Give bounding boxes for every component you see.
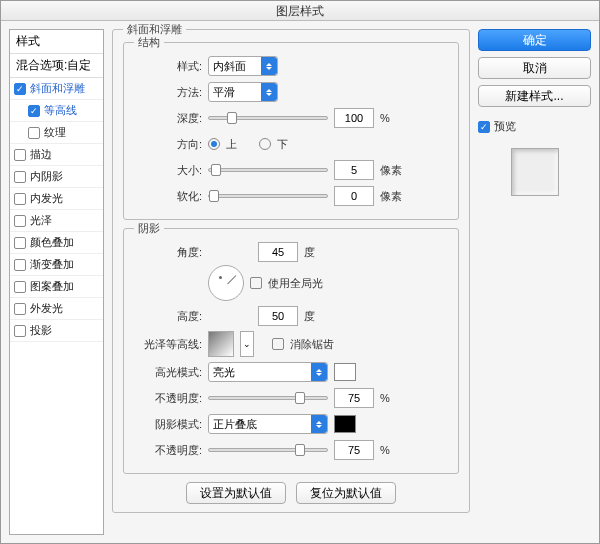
size-unit: 像素 [380,163,402,178]
sidebar-item-checkbox[interactable] [14,303,26,315]
sidebar-item-label: 投影 [30,323,52,338]
gloss-contour-label: 光泽等高线: [134,337,202,352]
sidebar-item-label: 斜面和浮雕 [30,81,85,96]
shadow-opacity-input[interactable]: 75 [334,440,374,460]
set-default-button[interactable]: 设置为默认值 [186,482,286,504]
depth-slider[interactable] [208,116,328,120]
highlight-opacity-input[interactable]: 75 [334,388,374,408]
sidebar-item-11[interactable]: 投影 [10,320,103,342]
sidebar-item-label: 颜色叠加 [30,235,74,250]
sidebar-item-checkbox[interactable] [14,259,26,271]
style-sidebar: 样式 混合选项:自定 ✓斜面和浮雕✓等高线纹理描边内阴影内发光光泽颜色叠加渐变叠… [9,29,104,535]
gloss-contour-picker[interactable] [208,331,234,357]
shadow-color-swatch[interactable] [334,415,356,433]
direction-down-label: 下 [277,137,288,152]
chevron-updown-icon [261,57,277,75]
angle-input[interactable]: 45 [258,242,298,262]
highlight-mode-label: 高光模式: [134,365,202,380]
sidebar-item-checkbox[interactable]: ✓ [14,83,26,95]
highlight-color-swatch[interactable] [334,363,356,381]
sidebar-item-7[interactable]: 颜色叠加 [10,232,103,254]
highlight-opacity-slider[interactable] [208,396,328,400]
soften-slider[interactable] [208,194,328,198]
depth-input[interactable]: 100 [334,108,374,128]
preview-checkbox[interactable]: ✓ [478,121,490,133]
gloss-contour-dropdown[interactable]: ⌄ [240,331,254,357]
shadow-opacity-label: 不透明度: [134,443,202,458]
sidebar-item-9[interactable]: 图案叠加 [10,276,103,298]
sidebar-item-label: 纹理 [44,125,66,140]
highlight-mode-select[interactable]: 亮光 [208,362,328,382]
sidebar-item-3[interactable]: 描边 [10,144,103,166]
technique-label: 方法: [134,85,202,100]
shadow-mode-label: 阴影模式: [134,417,202,432]
shadow-opacity-unit: % [380,444,390,456]
reset-default-button[interactable]: 复位为默认值 [296,482,396,504]
sidebar-item-checkbox[interactable] [14,325,26,337]
sidebar-item-checkbox[interactable]: ✓ [28,105,40,117]
size-input[interactable]: 5 [334,160,374,180]
chevron-updown-icon [311,415,327,433]
altitude-label: 高度: [134,309,202,324]
angle-label: 角度: [134,245,202,260]
sidebar-item-checkbox[interactable] [28,127,40,139]
cancel-button[interactable]: 取消 [478,57,591,79]
sidebar-item-10[interactable]: 外发光 [10,298,103,320]
global-light-checkbox[interactable] [250,277,262,289]
size-slider[interactable] [208,168,328,172]
sidebar-item-6[interactable]: 光泽 [10,210,103,232]
shadow-mode-select[interactable]: 正片叠底 [208,414,328,434]
direction-down-radio[interactable] [259,138,271,150]
altitude-input[interactable]: 50 [258,306,298,326]
altitude-unit: 度 [304,309,315,324]
sidebar-item-checkbox[interactable] [14,281,26,293]
layer-style-dialog: 图层样式 样式 混合选项:自定 ✓斜面和浮雕✓等高线纹理描边内阴影内发光光泽颜色… [0,0,600,544]
technique-select[interactable]: 平滑 [208,82,278,102]
sidebar-item-label: 外发光 [30,301,63,316]
anti-aliased-checkbox[interactable] [272,338,284,350]
sidebar-item-checkbox[interactable] [14,149,26,161]
right-button-column: 确定 取消 新建样式... ✓ 预览 [478,29,591,535]
direction-up-radio[interactable] [208,138,220,150]
sidebar-item-4[interactable]: 内阴影 [10,166,103,188]
direction-up-label: 上 [226,137,237,152]
soften-input[interactable]: 0 [334,186,374,206]
soften-label: 软化: [134,189,202,204]
sidebar-item-checkbox[interactable] [14,237,26,249]
sidebar-blend-options[interactable]: 混合选项:自定 [10,54,103,78]
dialog-content: 样式 混合选项:自定 ✓斜面和浮雕✓等高线纹理描边内阴影内发光光泽颜色叠加渐变叠… [1,21,599,543]
sidebar-item-2[interactable]: 纹理 [10,122,103,144]
sidebar-item-label: 等高线 [44,103,77,118]
angle-dial[interactable] [208,265,244,301]
preview-label: 预览 [494,119,516,134]
direction-label: 方向: [134,137,202,152]
sidebar-item-checkbox[interactable] [14,193,26,205]
chevron-updown-icon [261,83,277,101]
sidebar-item-checkbox[interactable] [14,171,26,183]
shading-title: 阴影 [134,221,164,236]
global-light-label: 使用全局光 [268,276,323,291]
main-panel: 斜面和浮雕 结构 样式: 内斜面 方法: 平滑 深度: 100 [112,29,470,535]
shadow-opacity-slider[interactable] [208,448,328,452]
sidebar-item-label: 光泽 [30,213,52,228]
sidebar-item-1[interactable]: ✓等高线 [10,100,103,122]
style-label: 样式: [134,59,202,74]
depth-unit: % [380,112,390,124]
depth-label: 深度: [134,111,202,126]
shading-fieldset: 阴影 角度: 45 度 使用全局光 高度: [123,228,459,474]
new-style-button[interactable]: 新建样式... [478,85,591,107]
sidebar-item-8[interactable]: 渐变叠加 [10,254,103,276]
sidebar-item-5[interactable]: 内发光 [10,188,103,210]
sidebar-header[interactable]: 样式 [10,30,103,54]
structure-title: 结构 [134,35,164,50]
highlight-opacity-unit: % [380,392,390,404]
dialog-title: 图层样式 [1,1,599,21]
sidebar-item-checkbox[interactable] [14,215,26,227]
soften-unit: 像素 [380,189,402,204]
sidebar-item-0[interactable]: ✓斜面和浮雕 [10,78,103,100]
style-select[interactable]: 内斜面 [208,56,278,76]
bevel-fieldset: 斜面和浮雕 结构 样式: 内斜面 方法: 平滑 深度: 100 [112,29,470,513]
ok-button[interactable]: 确定 [478,29,591,51]
angle-unit: 度 [304,245,315,260]
anti-aliased-label: 消除锯齿 [290,337,334,352]
